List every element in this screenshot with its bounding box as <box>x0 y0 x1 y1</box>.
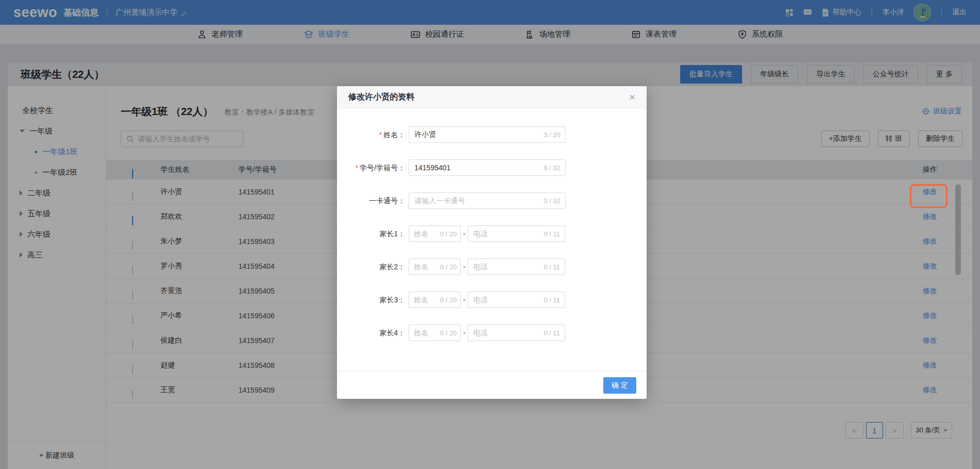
required-mark: * <box>379 131 382 139</box>
modal-header: 修改许小贤的资料 × <box>337 86 647 108</box>
parent1-phone-input[interactable] <box>468 225 565 242</box>
close-icon[interactable]: × <box>629 92 635 102</box>
dash-separator: - <box>461 258 468 275</box>
modal-body: *姓名： 3 / 20 *学号/学籍号： 9 / 32 一卡通号： 0 / 32 <box>337 108 647 358</box>
parent4-phone-input[interactable] <box>468 325 565 341</box>
card-number-input[interactable] <box>409 192 566 209</box>
dash-separator: - <box>461 225 468 242</box>
field-row-card-number: 一卡通号： 0 / 32 <box>337 192 647 225</box>
parent4-name-box: 0 / 20 <box>409 325 461 341</box>
field-row-name: *姓名： 3 / 20 <box>337 126 647 159</box>
field-row-parent2: 家长2： 0 / 20 - 0 / 11 <box>337 258 647 292</box>
field-label: 家长2： <box>337 258 409 275</box>
field-label: 家长4： <box>337 325 409 341</box>
required-mark: * <box>356 164 358 172</box>
parent4-phone-box: 0 / 11 <box>468 325 565 341</box>
card-number-input-box: 0 / 32 <box>409 192 566 209</box>
parent4-name-input[interactable] <box>409 325 461 341</box>
parent1-name-input[interactable] <box>409 225 461 242</box>
parent3-name-box: 0 / 20 <box>409 292 461 308</box>
field-label: 家长3： <box>337 292 409 308</box>
modal-title: 修改许小贤的资料 <box>348 92 414 103</box>
edit-student-modal: 修改许小贤的资料 × *姓名： 3 / 20 *学号/学籍号： 9 / 32 一… <box>337 86 647 399</box>
field-row-parent1: 家长1： 0 / 20 - 0 / 11 <box>337 225 647 258</box>
field-label: *学号/学籍号： <box>337 159 409 176</box>
student-id-input-box: 9 / 32 <box>409 159 566 176</box>
dash-separator: - <box>461 325 468 341</box>
parent3-name-input[interactable] <box>409 292 461 308</box>
name-input[interactable] <box>409 126 566 143</box>
name-input-box: 3 / 20 <box>409 126 566 143</box>
parent3-phone-input[interactable] <box>468 292 565 308</box>
parent3-phone-box: 0 / 11 <box>468 292 565 308</box>
field-row-parent3: 家长3： 0 / 20 - 0 / 11 <box>337 292 647 325</box>
page: seewo 基础信息 广州黄埔演示中学 帮助中心 李小洋 <box>0 0 980 469</box>
field-row-parent4: 家长4： 0 / 20 - 0 / 11 <box>337 325 647 358</box>
field-label: 家长1： <box>337 225 409 242</box>
parent1-phone-box: 0 / 11 <box>468 225 565 242</box>
parent2-name-input[interactable] <box>409 258 461 275</box>
student-id-input[interactable] <box>409 159 566 176</box>
dash-separator: - <box>461 292 468 308</box>
parent2-name-box: 0 / 20 <box>409 258 461 275</box>
confirm-button[interactable]: 确 定 <box>603 377 636 394</box>
parent2-phone-input[interactable] <box>468 258 565 275</box>
modal-footer: 确 定 <box>337 371 647 399</box>
field-label: *姓名： <box>337 126 409 143</box>
field-label: 一卡通号： <box>337 192 409 209</box>
parent2-phone-box: 0 / 11 <box>468 258 565 275</box>
parent1-name-box: 0 / 20 <box>409 225 461 242</box>
field-row-student-id: *学号/学籍号： 9 / 32 <box>337 159 647 192</box>
